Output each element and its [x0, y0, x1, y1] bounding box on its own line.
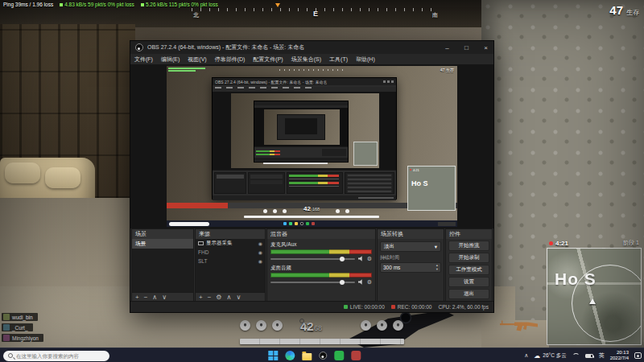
taskbar-search-box[interactable] — [3, 351, 109, 361]
mic-slider-knob[interactable] — [340, 257, 345, 261]
visibility-eye-icon[interactable]: ◉ — [258, 258, 262, 264]
desktop-volume-slider[interactable] — [270, 282, 355, 283]
visibility-eye-icon[interactable]: ◉ — [258, 249, 262, 255]
spinner-arrows-icon[interactable]: ▴▾ — [436, 264, 438, 272]
speaker-icon[interactable] — [358, 279, 364, 285]
start-recording-button[interactable]: 开始录制 — [448, 253, 489, 263]
obs-preview-area: 47 生存 OBS 27.2.4 (64-bit, windows) - 配置文… — [130, 64, 493, 228]
tray-chevron-icon[interactable]: ∧ — [524, 352, 528, 359]
remove-source-button[interactable]: − — [208, 294, 212, 301]
captured-video — [231, 93, 379, 168]
item-slot — [361, 320, 371, 331]
menu-file[interactable]: 文件(F) — [130, 54, 157, 64]
phase-label: 阶段 1 — [623, 239, 639, 247]
net-stat-line-1: 4.83 kB/s 59 pkt/s 0% pkt loss — [60, 2, 134, 7]
obs-preview-video[interactable]: 47 生存 OBS 27.2.4 (64-bit, windows) - 配置文… — [167, 66, 457, 227]
mic-settings-gear-icon[interactable]: ⚙ — [367, 256, 372, 261]
screen: Ping 39ms / 1.96 loss 4.83 kB/s 59 pkt/s… — [0, 0, 644, 362]
notification-icon[interactable] — [634, 352, 642, 359]
captured-item-slot — [336, 209, 340, 213]
chat-row: _Curt_ — [2, 323, 33, 331]
desktop-slider-knob[interactable] — [340, 280, 345, 285]
maximize-button[interactable]: □ — [459, 41, 474, 54]
obs-app-icon[interactable] — [319, 352, 327, 360]
source-properties-button[interactable]: ⚙ — [216, 294, 221, 301]
weather-widget[interactable]: ☁ 26°C 多云 — [534, 352, 566, 360]
duration-spinner[interactable]: 300 ms ▴▾ — [380, 262, 441, 273]
settings-button[interactable]: 设置 — [448, 277, 489, 287]
zone-alert-icon — [549, 241, 553, 245]
captured-minimap-l2 — [353, 142, 378, 166]
compass-marker-icon — [275, 3, 280, 7]
battery-icon[interactable] — [585, 354, 593, 358]
minimap-place-label: Ho S — [555, 269, 597, 289]
windows-start-icon[interactable] — [268, 351, 278, 360]
move-source-down-button[interactable]: ∨ — [236, 294, 241, 301]
taskbar-clock[interactable]: 20:13 2022/7/4 — [610, 350, 629, 361]
duration-label: 持续时间 — [380, 254, 441, 261]
compass-north-label: 北 — [193, 11, 199, 19]
source-row[interactable]: SLT ◉ — [196, 257, 265, 265]
captured-item-slot — [283, 209, 287, 213]
source-row[interactable]: 显示器采集 ◉ — [196, 239, 265, 248]
audio-mixer-panel: 混音器 麦克风/Aux ⚙ 桌面音频 — [266, 228, 376, 302]
chat-app-icon[interactable] — [334, 351, 344, 360]
menu-view[interactable]: 视图(V) — [184, 54, 210, 64]
mixer-panel-header[interactable]: 混音器 — [267, 229, 375, 239]
chat-feed: wudi_bin _Curt_ Mingzhiyon — [2, 313, 43, 342]
menu-scene-collection[interactable]: 场景集合(S) — [287, 54, 325, 64]
desktop-settings-gear-icon[interactable]: ⚙ — [367, 279, 372, 285]
green-square-icon — [141, 3, 144, 6]
scenes-panel-header[interactable]: 场景 — [132, 229, 193, 239]
chat-row: wudi_bin — [2, 313, 38, 321]
item-slot — [377, 320, 387, 331]
menu-edit[interactable]: 编辑(E) — [157, 54, 184, 64]
captured-health-bar-l2 — [263, 162, 328, 164]
ime-indicator[interactable]: 英 — [599, 352, 605, 360]
compass-south-label: 南 — [432, 11, 438, 19]
menu-help[interactable]: 帮助(H) — [352, 54, 379, 64]
wifi-icon[interactable] — [572, 353, 580, 360]
remove-scene-button[interactable]: − — [144, 294, 148, 301]
minimize-button[interactable]: – — [440, 41, 455, 54]
captured-item-slot — [273, 209, 277, 213]
controls-panel: 控件 开始推流 开始录制 工作室模式 设置 退出 — [445, 228, 493, 302]
search-input[interactable] — [16, 353, 105, 359]
player-hud: 42 168 — [233, 319, 411, 346]
visibility-eye-icon[interactable]: ◉ — [258, 241, 262, 246]
avatar — [3, 335, 10, 341]
sources-panel-header[interactable]: 来源 — [196, 229, 265, 239]
source-row[interactable]: FHD ◉ — [196, 248, 265, 257]
menu-tools[interactable]: 工具(T) — [325, 54, 352, 64]
compass-east-label: E — [313, 10, 318, 18]
move-source-up-button[interactable]: ∧ — [227, 294, 232, 301]
game-app-icon[interactable] — [351, 351, 361, 360]
move-scene-down-button[interactable]: ∨ — [162, 294, 167, 301]
captured-item-slot — [263, 209, 267, 213]
start-streaming-button[interactable]: 开始推流 — [448, 241, 489, 251]
menu-docks[interactable]: 停靠部件(D) — [211, 54, 250, 64]
close-button[interactable]: × — [478, 41, 493, 54]
move-scene-up-button[interactable]: ∧ — [152, 294, 157, 301]
scene-list-item[interactable]: 场景 — [132, 239, 193, 249]
scenes-panel: 场景 场景 + − ∧ ∨ — [131, 228, 194, 302]
file-explorer-icon[interactable] — [302, 353, 312, 360]
captured-mixer-dock — [287, 172, 343, 194]
captured-titlebar: OBS 27.2.4 (64-bit, windows) - 配置文件: 未命名… — [213, 78, 396, 85]
mic-volume-slider[interactable] — [270, 258, 355, 260]
add-scene-button[interactable]: + — [135, 294, 139, 301]
item-slot — [272, 320, 283, 331]
akm-weapon-icon — [498, 317, 540, 338]
menu-profile[interactable]: 配置文件(P) — [249, 54, 287, 64]
transitions-panel-header[interactable]: 场景转换 — [378, 229, 444, 239]
speaker-icon[interactable] — [358, 256, 364, 261]
captured-taskbar-icons — [283, 222, 315, 225]
transition-select[interactable]: 淡出 ▾ — [380, 241, 441, 252]
studio-mode-button[interactable]: 工作室模式 — [448, 265, 489, 275]
obs-logo-icon — [135, 43, 143, 51]
edge-browser-icon[interactable] — [285, 351, 295, 360]
obs-titlebar[interactable]: OBS 27.2.4 (64-bit, windows) - 配置文件: 未命名… — [130, 41, 493, 54]
controls-panel-header[interactable]: 控件 — [446, 229, 492, 239]
exit-button[interactable]: 退出 — [448, 289, 489, 299]
add-source-button[interactable]: + — [199, 294, 203, 301]
